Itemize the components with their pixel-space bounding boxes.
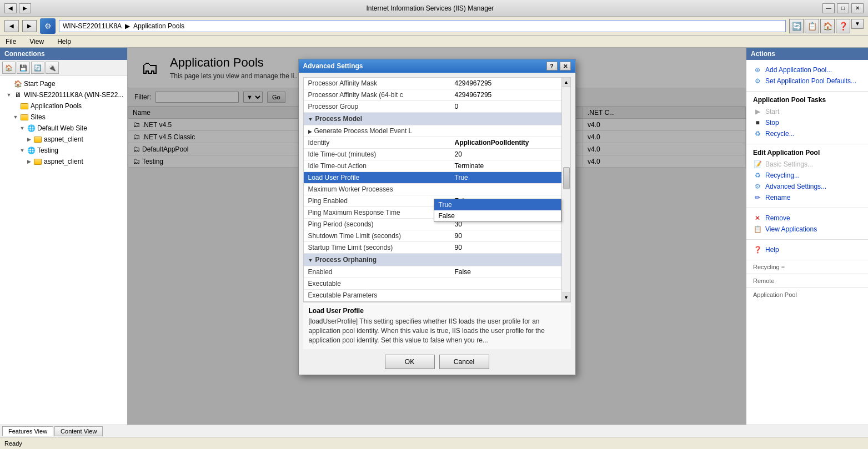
modal-desc-title: Load User Profile [309, 307, 565, 315]
sidebar-home-btn[interactable]: 🏠 [2, 62, 16, 74]
settings-row[interactable]: Processor Affinity Mask4294967295 [304, 78, 570, 89]
actions-tasks-section: Application Pool Tasks ▶ Start ■ Stop ♻ … [746, 92, 868, 144]
settings-row[interactable]: Processor Group0 [304, 101, 570, 113]
remove-label: Remove [765, 214, 790, 222]
load-profile-dropdown[interactable]: True False [434, 199, 561, 222]
action-rename[interactable]: ✏ Rename [753, 192, 861, 203]
forward-nav-btn[interactable]: ▶ [19, 3, 31, 13]
help-toolbar-icon[interactable]: ❓ [836, 19, 850, 33]
app-pool-label: Application Pool [753, 291, 861, 298]
recycling-label: Recycling... [765, 171, 800, 179]
app-icon: ⚙ [40, 18, 56, 34]
cancel-button[interactable]: Cancel [439, 355, 489, 369]
sidebar-item-default-web-site[interactable]: ▼ 🌐 Default Web Site [0, 123, 127, 134]
toolbar-dropdown-btn[interactable]: ▼ [851, 19, 864, 29]
settings-row[interactable]: IdentityApplicationPoolIdentity [304, 137, 570, 149]
recycle-icon: ♻ [753, 129, 762, 138]
modal-overlay: Advanced Settings ? ✕ Processor Affinity… [128, 48, 746, 425]
action-recycling[interactable]: ♻ Recycling... [753, 170, 861, 181]
dws-expand[interactable]: ▼ [18, 124, 27, 133]
settings-row[interactable]: Startup Time Limit (seconds)90 [304, 242, 570, 254]
settings-row[interactable]: Idle Time-out ActionTerminate [304, 160, 570, 172]
action-advanced-settings[interactable]: ⚙ Advanced Settings... [753, 181, 861, 192]
maximize-btn[interactable]: □ [837, 3, 849, 13]
menu-view[interactable]: View [26, 37, 47, 47]
scroll-down-btn[interactable]: ▼ [562, 292, 571, 301]
view-apps-label: View Applications [765, 225, 817, 233]
action-view-apps[interactable]: 📋 View Applications [753, 224, 861, 235]
settings-row[interactable]: Idle Time-out (minutes)20 [304, 149, 570, 160]
aspnet1-expand[interactable]: ▶ [24, 135, 33, 144]
set-defaults-label: Set Application Pool Defaults... [765, 77, 856, 85]
sidebar-item-apppools[interactable]: Application Pools [0, 100, 127, 112]
start-icon: ▶ [753, 107, 762, 116]
minimize-btn[interactable]: — [822, 3, 835, 13]
action-add-pool[interactable]: ⊕ Add Application Pool... [753, 64, 861, 75]
action-basic-settings[interactable]: 📝 Basic Settings... [753, 159, 861, 170]
dropdown-item-false[interactable]: False [434, 210, 561, 221]
server-expand[interactable]: ▼ [4, 90, 13, 99]
action-remove[interactable]: ✕ Remove [753, 213, 861, 224]
tab-content-view[interactable]: Content View [54, 426, 103, 436]
sidebar-item-server[interactable]: ▼ 🖥 WIN-SE22011LK8A (WIN-SE22... [0, 89, 127, 100]
apppools-expand [11, 102, 20, 110]
menu-file[interactable]: File [2, 37, 19, 47]
actions-help-section: ❓ Help [746, 240, 868, 260]
modal-settings-scroll[interactable]: Processor Affinity Mask4294967295Process… [304, 78, 570, 301]
bottom-tabs: Features View Content View [0, 425, 868, 437]
sidebar-refresh-btn[interactable]: 🔄 [31, 62, 44, 74]
settings-row[interactable]: Executable [304, 278, 570, 290]
sidebar-item-sites[interactable]: ▼ Sites [0, 112, 127, 123]
modal-description: Load User Profile [loadUserProfile] This… [303, 302, 571, 349]
sidebar-item-start-page[interactable]: 🏠 Start Page [0, 78, 127, 89]
tab-features-view[interactable]: Features View [2, 426, 53, 436]
toolbar-icon-3[interactable]: 🏠 [820, 19, 835, 33]
expand-btn[interactable]: ▶ [308, 129, 312, 134]
back-nav-btn[interactable]: ◀ [4, 3, 17, 13]
toolbar-icon-2[interactable]: 📋 [805, 19, 819, 33]
scrollbar-thumb[interactable] [563, 167, 570, 189]
settings-row[interactable]: EnabledFalse [304, 266, 570, 278]
settings-row[interactable]: Executable Parameters [304, 290, 570, 301]
recycle-label: Recycle... [765, 130, 795, 138]
settings-row[interactable]: ▶Generate Process Model Event L [304, 125, 570, 137]
nav-forward-btn[interactable]: ▶ [22, 20, 37, 32]
action-help[interactable]: ❓ Help [753, 244, 861, 255]
modal-scrollbar[interactable]: ▲ ▼ [561, 78, 570, 301]
address-input[interactable] [59, 20, 786, 32]
sidebar-item-aspnet-client-1[interactable]: ▶ aspnet_client [0, 134, 127, 145]
actions-edit-section: Edit Application Pool 📝 Basic Settings..… [746, 144, 868, 208]
action-set-defaults[interactable]: ⚙ Set Application Pool Defaults... [753, 75, 861, 87]
modal-close-btn[interactable]: ✕ [560, 62, 571, 70]
sites-expand[interactable]: ▼ [11, 113, 20, 122]
nav-back-btn[interactable]: ◀ [4, 20, 19, 32]
sidebar-save-btn[interactable]: 💾 [17, 62, 30, 74]
action-start[interactable]: ▶ Start [753, 106, 861, 117]
scroll-up-btn[interactable]: ▲ [562, 78, 571, 87]
toolbar-icon-1[interactable]: 🔄 [789, 19, 804, 33]
start-page-icon: 🏠 [13, 79, 22, 88]
basic-settings-label: Basic Settings... [765, 160, 813, 168]
settings-row[interactable]: Load User Profile True ▼ [304, 172, 570, 184]
apppools-icon [20, 102, 29, 110]
window-close-btn[interactable]: ✕ [851, 3, 864, 13]
settings-row[interactable]: Shutdown Time Limit (seconds)90 [304, 230, 570, 242]
modal-help-btn[interactable]: ? [546, 62, 558, 70]
actions-main-section: ⊕ Add Application Pool... ⚙ Set Applicat… [746, 60, 868, 92]
action-recycle[interactable]: ♻ Recycle... [753, 128, 861, 139]
dropdown-item-true[interactable]: True [434, 199, 561, 210]
default-web-site-label: Default Web Site [37, 124, 87, 132]
sidebar: Connections 🏠 💾 🔄 🔌 🏠 Start Page ▼ 🖥 WIN… [0, 48, 128, 425]
ok-button[interactable]: OK [385, 355, 435, 369]
default-web-site-icon: 🌐 [27, 124, 36, 133]
testing-expand[interactable]: ▼ [18, 146, 27, 155]
menu-help[interactable]: Help [54, 37, 74, 47]
sidebar-connect-btn[interactable]: 🔌 [46, 62, 59, 74]
settings-row[interactable]: Processor Affinity Mask (64-bit c4294967… [304, 89, 570, 101]
settings-row[interactable]: Maximum Worker Processes [304, 184, 570, 195]
aspnet2-expand[interactable]: ▶ [24, 157, 33, 166]
sidebar-item-testing[interactable]: ▼ 🌐 Testing [0, 145, 127, 156]
set-defaults-icon: ⚙ [753, 77, 762, 85]
action-stop[interactable]: ■ Stop [753, 117, 861, 128]
sidebar-item-aspnet-client-2[interactable]: ▶ aspnet_client [0, 156, 127, 167]
